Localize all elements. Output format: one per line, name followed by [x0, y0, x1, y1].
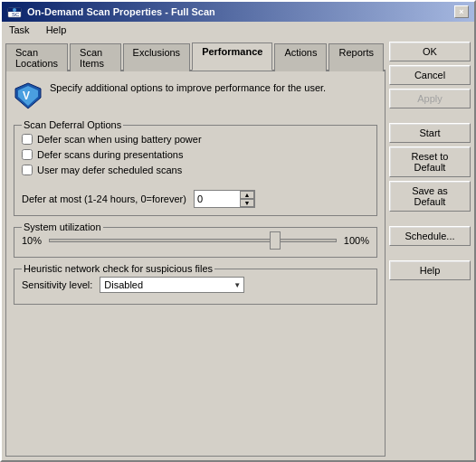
- tab-reports[interactable]: Reports: [328, 43, 384, 71]
- slider-min-label: 10%: [22, 235, 42, 246]
- scan-deferral-group: Scan Deferral Options Defer scan when us…: [14, 125, 377, 216]
- checkbox-scheduled: User may defer scheduled scans: [22, 165, 369, 175]
- help-button[interactable]: Help: [389, 260, 471, 280]
- ok-button[interactable]: OK: [389, 42, 471, 61]
- checkbox-scheduled-input[interactable]: [22, 165, 33, 175]
- checkbox-scheduled-label: User may defer scheduled scans: [37, 165, 182, 175]
- title-bar-left: SC On-Demand Scan Properties - Full Scan: [7, 5, 215, 19]
- slider-max-label: 100%: [344, 235, 369, 246]
- system-util-label: System utilization: [22, 222, 103, 232]
- start-button[interactable]: Start: [389, 123, 471, 143]
- system-util-group: System utilization 10% 100%: [14, 227, 377, 258]
- sensitivity-label: Sensitivity level:: [22, 279, 92, 290]
- button-separator-3: [389, 250, 471, 257]
- tab-actions[interactable]: Actions: [274, 43, 327, 71]
- panel-content: V Specify additional options to improve …: [5, 71, 386, 457]
- sensitivity-select[interactable]: Disabled Low Medium High: [100, 277, 244, 293]
- save-button[interactable]: Save as Default: [389, 181, 471, 212]
- button-separator-2: [389, 215, 471, 222]
- cancel-button[interactable]: Cancel: [389, 65, 471, 85]
- shield-icon: V: [14, 81, 43, 110]
- heuristic-label: Heuristic network check for suspicious f…: [22, 263, 214, 274]
- description-area: V Specify additional options to improve …: [14, 78, 377, 114]
- svg-text:SC: SC: [12, 12, 20, 17]
- spinner-down[interactable]: ▼: [240, 199, 254, 207]
- tab-bar: Scan Locations Scan Items Exclusions Per…: [5, 42, 386, 71]
- spinner-buttons: ▲ ▼: [240, 191, 254, 207]
- right-panel: OK Cancel Apply Start Reset to Default S…: [389, 42, 471, 457]
- defer-row: Defer at most (1-24 hours, 0=forever) ▲ …: [22, 184, 369, 208]
- button-separator: [389, 112, 471, 119]
- sensitivity-row: Sensitivity level: Disabled Low Medium H…: [22, 273, 369, 297]
- defer-spinner: ▲ ▼: [194, 190, 255, 208]
- svg-text:V: V: [23, 90, 30, 102]
- checkbox-battery-input[interactable]: [22, 134, 33, 145]
- defer-label: Defer at most (1-24 hours, 0=forever): [22, 193, 186, 204]
- menu-bar: Task Help: [2, 22, 474, 38]
- heuristic-group: Heuristic network check for suspicious f…: [14, 269, 377, 305]
- main-panel: Scan Locations Scan Items Exclusions Per…: [5, 42, 386, 457]
- checkbox-battery: Defer scan when using battery power: [22, 134, 369, 145]
- sensitivity-select-wrapper: Disabled Low Medium High: [100, 277, 244, 293]
- description-text: Specify additional options to improve pe…: [50, 81, 326, 95]
- slider-row: 10% 100%: [22, 231, 369, 250]
- title-bar: SC On-Demand Scan Properties - Full Scan…: [2, 2, 474, 22]
- tab-performance[interactable]: Performance: [192, 42, 272, 71]
- content-area: Scan Locations Scan Items Exclusions Per…: [2, 38, 474, 460]
- defer-input[interactable]: [195, 193, 240, 205]
- window-icon: SC: [7, 5, 22, 19]
- checkbox-presentations-label: Defer scans during presentations: [37, 149, 183, 160]
- checkbox-presentations: Defer scans during presentations: [22, 149, 369, 160]
- reset-button[interactable]: Reset to Default: [389, 146, 471, 177]
- tab-exclusions[interactable]: Exclusions: [123, 43, 191, 71]
- tab-scan-locations[interactable]: Scan Locations: [5, 43, 68, 71]
- window-title: On-Demand Scan Properties - Full Scan: [27, 6, 215, 17]
- schedule-button[interactable]: Schedule...: [389, 226, 471, 246]
- menu-help[interactable]: Help: [43, 24, 71, 36]
- main-window: SC On-Demand Scan Properties - Full Scan…: [0, 0, 476, 462]
- menu-task[interactable]: Task: [5, 24, 33, 36]
- close-button[interactable]: ×: [454, 5, 469, 18]
- spinner-up[interactable]: ▲: [240, 191, 254, 199]
- utilization-slider[interactable]: [49, 239, 337, 242]
- checkbox-battery-label: Defer scan when using battery power: [37, 134, 202, 145]
- tab-scan-items[interactable]: Scan Items: [70, 43, 120, 71]
- checkbox-presentations-input[interactable]: [22, 149, 33, 160]
- scan-deferral-label: Scan Deferral Options: [22, 119, 123, 130]
- apply-button[interactable]: Apply: [389, 89, 471, 108]
